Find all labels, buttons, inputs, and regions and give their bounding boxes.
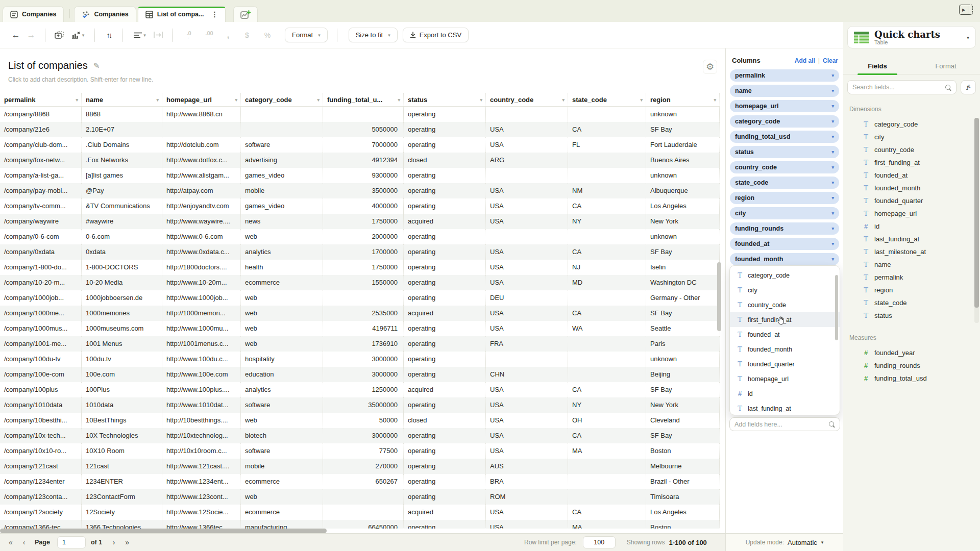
dimension-state_code[interactable]: Tstate_code [843,296,980,309]
field-option-first_funding_at[interactable]: Tfirst_funding_at [730,312,840,327]
dimension-founded_month[interactable]: Tfounded_month [843,182,980,194]
dimension-country_code[interactable]: Tcountry_code [843,143,980,156]
first-page-button[interactable]: « [4,538,17,546]
column-header-homepage_url[interactable]: homepage_url▾ [162,93,241,106]
chevron-down-icon[interactable]: ▾ [831,195,834,201]
dimension-founded_at[interactable]: Tfounded_at [843,169,980,182]
column-header-region[interactable]: region▾ [646,93,720,106]
field-option-category_code[interactable]: Tcategory_code [730,268,840,283]
chevron-down-icon[interactable]: ▾ [831,241,834,246]
filter-caret-icon[interactable]: ▾ [562,97,565,103]
dimension-first_funding_at[interactable]: Tfirst_funding_at [843,156,980,169]
field-option-founded_month[interactable]: Tfounded_month [730,342,840,357]
chart-type-selector[interactable]: Quick charts Table ▾ [847,26,976,48]
clear-link[interactable]: Clear [823,57,838,64]
chevron-down-icon[interactable]: ▾ [831,257,834,262]
column-header-funding_total_u[interactable]: funding_total_u...▾ [323,93,404,106]
add-fields-input[interactable]: Add fields here... [729,417,840,431]
measure-funding_total_usd[interactable]: #funding_total_usd [843,372,980,385]
chart-settings-gear-icon[interactable]: ⚙ [703,60,717,74]
chart-description-placeholder[interactable]: Click to add chart description. Shift-en… [0,71,725,83]
next-page-button[interactable]: › [107,538,120,546]
field-option-country_code[interactable]: Tcountry_code [730,297,840,312]
chevron-down-icon[interactable]: ▾ [831,134,834,139]
align-button[interactable]: ▾ [129,28,151,43]
tab-companies-dataset[interactable]: Companies [3,6,64,22]
edit-title-pencil-icon[interactable]: ✎ [93,61,100,70]
field-option-homepage_url[interactable]: Thomepage_url [730,371,840,386]
dimension-permalink[interactable]: Tpermalink [843,271,980,284]
decrease-decimal-button[interactable]: .0← [179,31,199,40]
text-wrap-button[interactable] [151,28,166,43]
new-tab-button[interactable] [233,6,258,22]
tab-list-of-companies[interactable]: List of compa... ⋮ [138,6,226,22]
dimension-category_code[interactable]: Tcategory_code [843,118,980,131]
update-mode-select[interactable]: Automatic ▾ [788,539,823,546]
chevron-down-icon[interactable]: ▾ [831,104,834,109]
filter-caret-icon[interactable]: ▾ [640,97,643,103]
column-header-permalink[interactable]: permalink▾ [0,93,82,106]
dimension-id[interactable]: #id [843,220,980,233]
column-pill-homepage_url[interactable]: homepage_url▾ [730,100,839,112]
dimension-homepage_url[interactable]: Thomepage_url [843,207,980,220]
chevron-down-icon[interactable]: ▾ [831,119,834,124]
sort-button[interactable]: ↑↓ [101,28,116,43]
measure-funding_rounds[interactable]: #funding_rounds [843,359,980,372]
percent-format-button[interactable]: % [257,28,278,43]
increase-decimal-button[interactable]: .00→ [199,31,219,40]
chevron-down-icon[interactable]: ▾ [831,73,834,78]
measure-founded_year[interactable]: #founded_year [843,346,980,359]
add-formula-field-button[interactable]: f+ [961,80,976,94]
column-header-status[interactable]: status▾ [404,93,486,106]
column-pill-status[interactable]: status▾ [730,146,839,158]
column-pill-name[interactable]: name▾ [730,85,839,97]
filter-caret-icon[interactable]: ▾ [714,97,716,103]
row-limit-input[interactable]: 100 [583,536,616,548]
chevron-down-icon[interactable]: ▾ [831,149,834,155]
column-header-name[interactable]: name▾ [82,93,162,106]
prev-page-button[interactable]: ‹ [17,538,31,546]
column-pill-region[interactable]: region▾ [730,192,839,204]
dimension-city[interactable]: Tcity [843,131,980,143]
field-option-founded_at[interactable]: Tfounded_at [730,327,840,342]
field-option-id[interactable]: #id [730,386,840,401]
column-pill-permalink[interactable]: permalink▾ [730,69,839,82]
thousands-separator-button[interactable]: , [219,28,237,43]
fields-scrollbar-thumb[interactable] [974,118,979,308]
undo-back-button[interactable]: ← [8,28,23,43]
chevron-down-icon[interactable]: ▾ [831,165,834,170]
add-all-link[interactable]: Add all [795,57,815,64]
delete-chart-button[interactable]: ▾ [67,28,88,43]
column-header-country_code[interactable]: country_code▾ [486,93,568,106]
chevron-down-icon[interactable]: ▾ [831,88,834,93]
field-option-city[interactable]: Tcity [730,283,840,297]
redo-forward-button[interactable]: → [23,28,39,43]
filter-caret-icon[interactable]: ▾ [317,97,320,103]
tab-format[interactable]: Format [912,58,980,74]
size-to-fit-button[interactable]: Size to fit ▾ [349,28,398,42]
filter-caret-icon[interactable]: ▾ [480,97,482,103]
filter-caret-icon[interactable]: ▾ [156,97,159,103]
field-option-last_funding_at[interactable]: Tlast_funding_at [730,401,840,415]
column-header-category_code[interactable]: category_code▾ [241,93,323,106]
collapse-panel-icon[interactable]: ▶ [959,5,973,15]
chevron-down-icon[interactable]: ▾ [831,226,834,231]
duplicate-chart-button[interactable] [52,28,67,43]
chevron-down-icon[interactable]: ▾ [831,180,834,185]
column-pill-funding_rounds[interactable]: funding_rounds▾ [730,222,839,235]
vertical-scrollbar[interactable] [717,262,721,331]
search-fields-input[interactable]: Search fields... [847,80,957,94]
export-csv-button[interactable]: Export to CSV [403,28,469,42]
format-button[interactable]: Format ▾ [285,28,328,42]
page-number-input[interactable]: 1 [57,536,86,548]
dimension-region[interactable]: Tregion [843,284,980,296]
column-pill-city[interactable]: city▾ [730,207,839,219]
dimension-name[interactable]: Tname [843,258,980,271]
dimension-last_milestone_at[interactable]: Tlast_milestone_at [843,245,980,258]
column-pill-country_code[interactable]: country_code▾ [730,161,839,173]
filter-caret-icon[interactable]: ▾ [398,97,400,103]
field-option-founded_quarter[interactable]: Tfounded_quarter [730,357,840,371]
chevron-down-icon[interactable]: ▾ [831,211,834,216]
column-pill-founded_month[interactable]: founded_month▾ [730,253,839,265]
tab-companies-wizard[interactable]: Companies [74,6,136,22]
